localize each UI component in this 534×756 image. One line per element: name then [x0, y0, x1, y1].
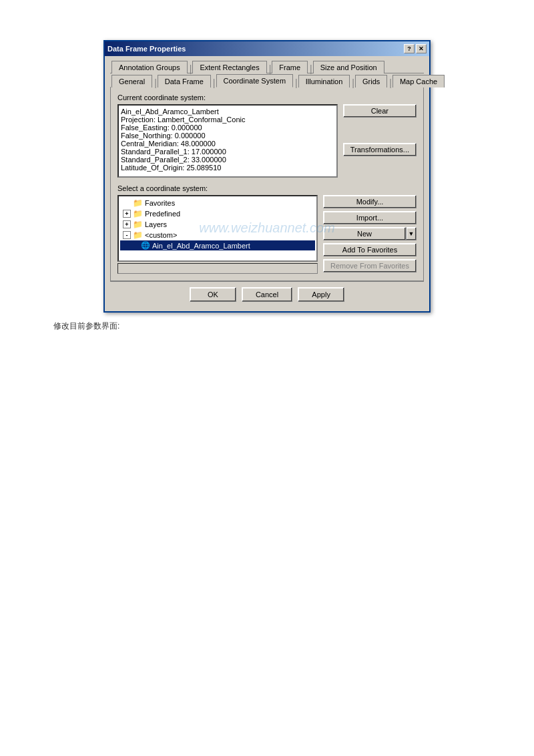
add-to-favorites-button[interactable]: Add To Favorites [323, 243, 417, 256]
current-coord-label: Current coordinate system: [117, 93, 417, 102]
select-coord-section: Select a coordinate system: 📁Favorites+📁… [117, 184, 417, 274]
folder-icon: 📁 [133, 220, 143, 229]
remove-from-favorites-button[interactable]: Remove From Favorites [323, 259, 417, 272]
tab-frame[interactable]: Frame [272, 61, 308, 73]
new-button[interactable]: New [323, 227, 406, 240]
tab-coordinate-system[interactable]: Coordinate System [216, 74, 294, 87]
apply-button[interactable]: Apply [298, 287, 344, 302]
coord-right-buttons: Clear Transformations... [343, 104, 417, 178]
tree-item-label: Ain_el_Abd_Aramco_Lambert [152, 242, 250, 250]
tree-item[interactable]: +📁Predefined [120, 208, 315, 219]
bottom-button-bar: OK Cancel Apply [110, 281, 424, 306]
tree-container: 📁Favorites+📁Predefined+📁Layers-📁<custom>… [117, 195, 318, 274]
tab-illumination[interactable]: Illumination [298, 75, 350, 87]
tree-expander[interactable] [123, 199, 131, 207]
tree-item-label: Layers [145, 220, 167, 228]
tree-item[interactable]: +📁Layers [120, 219, 315, 230]
tree-right-buttons: Modify... Import... New ▼ Add To Favorit… [323, 195, 417, 274]
globe-icon: 🌐 [141, 241, 150, 250]
folder-icon: 📁 [133, 198, 143, 208]
data-frame-properties-dialog: Data Frame Properties ? ✕ Annot [103, 40, 431, 313]
tree-and-buttons: 📁Favorites+📁Predefined+📁Layers-📁<custom>… [117, 195, 417, 274]
tree-item-label: Predefined [145, 210, 180, 218]
folder-icon: 📁 [133, 230, 143, 240]
tree-item[interactable]: -📁<custom> [120, 230, 315, 240]
coord-textarea[interactable]: Ain_el_Abd_Aramco_LambertProjection: Lam… [117, 104, 338, 178]
tab-row-1: Annotation Groups | Extent Rectangles | … [110, 60, 424, 73]
dialog-body: Annotation Groups | Extent Rectangles | … [105, 56, 429, 311]
coordinate-system-tab-content: Current coordinate system: Ain_el_Abd_Ar… [110, 87, 424, 281]
dialog-title: Data Frame Properties [107, 45, 186, 53]
new-button-split: New ▼ [323, 227, 417, 240]
tab-map-cache[interactable]: Map Cache [392, 75, 445, 87]
modify-button[interactable]: Modify... [323, 195, 417, 208]
help-button[interactable]: ? [404, 44, 415, 53]
tree-expander[interactable]: - [123, 231, 131, 239]
dialog-window: Data Frame Properties ? ✕ Annot [103, 40, 431, 313]
tab-annotation-groups[interactable]: Annotation Groups [111, 61, 188, 73]
tree-expander[interactable]: + [123, 220, 131, 228]
tree-view[interactable]: 📁Favorites+📁Predefined+📁Layers-📁<custom>… [117, 195, 318, 262]
ok-button[interactable]: OK [190, 287, 236, 302]
clear-button[interactable]: Clear [343, 104, 417, 118]
tab-row-2: General | Data Frame | Coordinate System… [110, 73, 424, 87]
tab-grids[interactable]: Grids [355, 75, 387, 87]
tab-container: Annotation Groups | Extent Rectangles | … [110, 60, 424, 87]
new-button-arrow[interactable]: ▼ [406, 227, 417, 240]
tab-size-and-position[interactable]: Size and Position [313, 61, 384, 73]
title-bar: Data Frame Properties ? ✕ [105, 41, 429, 56]
coord-textbox-wrapper: Ain_el_Abd_Aramco_LambertProjection: Lam… [117, 104, 338, 178]
close-button[interactable]: ✕ [416, 44, 427, 53]
tab-data-frame[interactable]: Data Frame [158, 75, 211, 87]
select-coord-label: Select a coordinate system: [117, 184, 417, 192]
folder-icon: 📁 [133, 209, 143, 218]
tab-general[interactable]: General [111, 75, 152, 87]
tree-item-label: <custom> [145, 231, 177, 239]
tab-extent-rectangles[interactable]: Extent Rectangles [192, 61, 266, 73]
title-controls: ? ✕ [404, 44, 427, 53]
caption-text: 修改目前参数界面: [13, 321, 119, 332]
tree-expander[interactable]: + [123, 210, 131, 218]
tree-item-label: Favorites [145, 199, 175, 207]
import-button[interactable]: Import... [323, 211, 417, 224]
horizontal-scrollbar[interactable] [117, 263, 318, 274]
tree-item[interactable]: 🌐Ain_el_Abd_Aramco_Lambert [120, 240, 315, 250]
tree-expander[interactable] [131, 242, 139, 250]
tree-item[interactable]: 📁Favorites [120, 198, 315, 208]
transformations-button[interactable]: Transformations... [343, 143, 417, 156]
coord-display-area: Ain_el_Abd_Aramco_LambertProjection: Lam… [117, 104, 417, 178]
cancel-button[interactable]: Cancel [242, 287, 292, 302]
